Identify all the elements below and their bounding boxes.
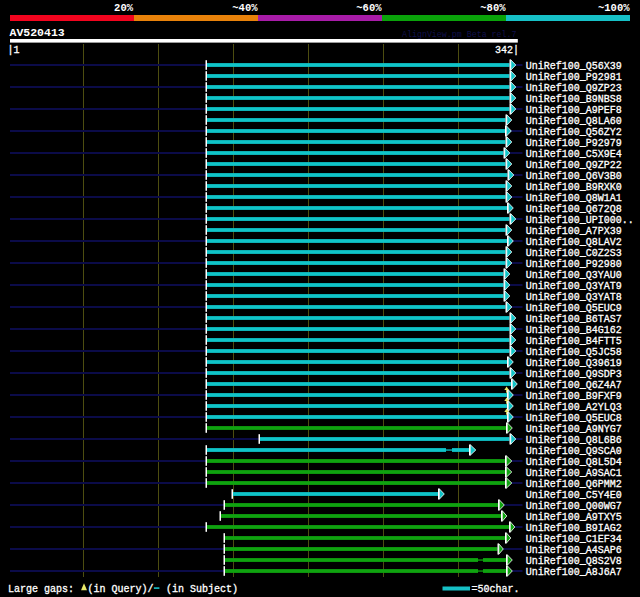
svg-text:UniRef100_Q9SDP3: UniRef100_Q9SDP3 (526, 369, 622, 380)
svg-text:UniRef100_Q6PMM2: UniRef100_Q6PMM2 (526, 479, 622, 490)
svg-text:UniRef100_Q39619: UniRef100_Q39619 (526, 358, 622, 369)
svg-text:UniRef100_Q6V3B0: UniRef100_Q6V3B0 (526, 171, 622, 182)
svg-text:AlignView.pm Beta rel.7: AlignView.pm Beta rel.7 (402, 30, 517, 39)
svg-text:(in Query)/: (in Query)/ (88, 584, 154, 595)
svg-text:UniRef100_Q9ZP22: UniRef100_Q9ZP22 (526, 160, 622, 171)
svg-text:UniRef100_A4SAP6: UniRef100_A4SAP6 (526, 545, 622, 556)
svg-text:UniRef100_B9NBS8: UniRef100_B9NBS8 (526, 94, 622, 105)
svg-text:UniRef100_Q9ZP23: UniRef100_Q9ZP23 (526, 83, 622, 94)
svg-text:UniRef100_Q00WG7: UniRef100_Q00WG7 (526, 501, 622, 512)
svg-text:UniRef100_B9IAG2: UniRef100_B9IAG2 (526, 523, 622, 534)
svg-text:UniRef100_Q3YAT9: UniRef100_Q3YAT9 (526, 281, 622, 292)
svg-text:UniRef100_Q5EUC8: UniRef100_Q5EUC8 (526, 413, 622, 424)
svg-text:UniRef100_C5Y4E0: UniRef100_C5Y4E0 (526, 490, 622, 501)
svg-text:342|: 342| (495, 45, 519, 56)
svg-text:UniRef100_Q8LAV2: UniRef100_Q8LAV2 (526, 237, 622, 248)
svg-text:UniRef100_B4FTT5: UniRef100_B4FTT5 (526, 336, 622, 347)
svg-text:~100%: ~100% (598, 2, 630, 14)
svg-text:UniRef100_B4G162: UniRef100_B4G162 (526, 325, 622, 336)
svg-text:UniRef100_Q672Q8: UniRef100_Q672Q8 (526, 204, 622, 215)
svg-text:UniRef100_Q6Z4A7: UniRef100_Q6Z4A7 (526, 380, 622, 391)
svg-text:UniRef100_UPI000..: UniRef100_UPI000.. (526, 215, 634, 226)
svg-text:UniRef100_Q3YAT8: UniRef100_Q3YAT8 (526, 292, 622, 303)
svg-text:UniRef100_Q8S2V8: UniRef100_Q8S2V8 (526, 556, 622, 567)
svg-text:UniRef100_Q3YAU0: UniRef100_Q3YAU0 (526, 270, 622, 281)
svg-text:~80%: ~80% (480, 2, 506, 14)
svg-text:UniRef100_A9PEF8: UniRef100_A9PEF8 (526, 105, 622, 116)
svg-text:|1: |1 (8, 45, 20, 56)
svg-text:UniRef100_P92981: UniRef100_P92981 (526, 72, 622, 83)
svg-text:UniRef100_Q8L5D4: UniRef100_Q8L5D4 (526, 457, 622, 468)
svg-text:(in Subject): (in Subject) (166, 584, 238, 595)
svg-text:AV520413: AV520413 (10, 26, 65, 39)
svg-text:UniRef100_Q5JC58: UniRef100_Q5JC58 (526, 347, 622, 358)
svg-text:UniRef100_P92979: UniRef100_P92979 (526, 138, 622, 149)
svg-text:UniRef100_P92980: UniRef100_P92980 (526, 259, 622, 270)
svg-text:UniRef100_Q8W1A1: UniRef100_Q8W1A1 (526, 193, 622, 204)
svg-text:UniRef100_Q8L6B6: UniRef100_Q8L6B6 (526, 435, 622, 446)
svg-text:UniRef100_B9FXF9: UniRef100_B9FXF9 (526, 391, 622, 402)
svg-text:UniRef100_A2YLQ3: UniRef100_A2YLQ3 (526, 402, 622, 413)
svg-text:UniRef100_A8J6A7: UniRef100_A8J6A7 (526, 567, 622, 578)
svg-text:UniRef100_A7PX39: UniRef100_A7PX39 (526, 226, 622, 237)
svg-text:20%: 20% (114, 2, 134, 14)
svg-text:UniRef100_Q9SCA0: UniRef100_Q9SCA0 (526, 446, 622, 457)
svg-text:UniRef100_B6TAS7: UniRef100_B6TAS7 (526, 314, 622, 325)
svg-text:~60%: ~60% (356, 2, 382, 14)
svg-text:UniRef100_Q56ZY2: UniRef100_Q56ZY2 (526, 127, 622, 138)
svg-text:UniRef100_Q8LA60: UniRef100_Q8LA60 (526, 116, 622, 127)
svg-text:UniRef100_A9NYG7: UniRef100_A9NYG7 (526, 424, 622, 435)
svg-text:UniRef100_Q5EUC9: UniRef100_Q5EUC9 (526, 303, 622, 314)
svg-text:UniRef100_C0Z2S3: UniRef100_C0Z2S3 (526, 248, 622, 259)
svg-text:UniRef100_B9RXK0: UniRef100_B9RXK0 (526, 182, 622, 193)
svg-text:UniRef100_Q56X39: UniRef100_Q56X39 (526, 61, 622, 72)
svg-text:UniRef100_A9TXY5: UniRef100_A9TXY5 (526, 512, 622, 523)
svg-text:UniRef100_C1EF34: UniRef100_C1EF34 (526, 534, 622, 545)
svg-text:Large gaps:: Large gaps: (8, 584, 74, 595)
svg-text:=50char.: =50char. (472, 584, 520, 595)
svg-text:UniRef100_C5X9E4: UniRef100_C5X9E4 (526, 149, 622, 160)
svg-text:~40%: ~40% (232, 2, 258, 14)
svg-text:UniRef100_A9SAC1: UniRef100_A9SAC1 (526, 468, 622, 479)
